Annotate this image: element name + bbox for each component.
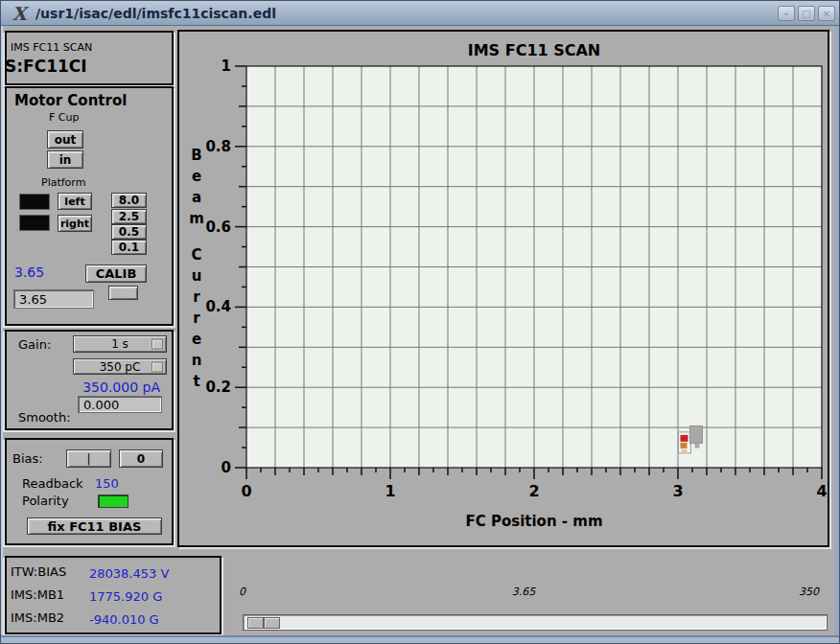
bias-entry[interactable]: | <box>66 449 111 468</box>
readback-row-value: 1775.920 G <box>89 589 162 604</box>
readback-row-label: ITW:BIAS <box>11 564 66 579</box>
motor-control-title: Motor Control <box>14 92 127 109</box>
slider-max-label: 350 <box>799 586 819 598</box>
svg-text:r: r <box>193 310 200 327</box>
svg-text:2: 2 <box>528 482 539 500</box>
close-button[interactable]: ✕ <box>818 6 835 21</box>
bias-zero-button[interactable]: 0 <box>119 449 163 468</box>
scan-chart: 0123400.20.40.60.81IMS FC11 SCANFC Posit… <box>177 30 829 547</box>
window-frame-bottom <box>1 635 840 643</box>
svg-text:m: m <box>189 210 204 227</box>
window-title: /usr1/isac/edl/imsfc11ciscan.edl <box>35 6 276 21</box>
window-frame-left <box>1 26 3 644</box>
polarity-indicator <box>98 494 128 508</box>
svg-text:0.6: 0.6 <box>205 218 231 236</box>
minimize-button[interactable]: – <box>778 6 795 21</box>
svg-text:0: 0 <box>222 459 231 476</box>
platform-left-indicator <box>19 194 50 210</box>
step-button-0-5[interactable]: 0.5 <box>111 224 147 240</box>
smooth-entry[interactable]: 0.000 <box>78 396 162 413</box>
position-readback: 3.65 <box>14 264 44 280</box>
bias-panel: Bias: | 0 Readback 150 Polarity fix FC11… <box>5 438 174 545</box>
svg-text:0.8: 0.8 <box>205 138 231 155</box>
window-titlebar[interactable]: X /usr1/isac/edl/imsfc11ciscan.edl – □ ✕ <box>1 1 840 26</box>
position-slider-thumb[interactable] <box>247 617 280 629</box>
scan-plot-area: 0123400.20.40.60.81IMS FC11 SCANFC Posit… <box>179 32 828 545</box>
gain-range-select[interactable]: 350 pC <box>73 358 167 375</box>
scan-info-panel: IMS FC11 SCAN S:FC11CI <box>5 31 174 85</box>
minimize-icon: – <box>784 9 789 19</box>
current-readback: 350.000 pA <box>39 380 160 395</box>
smooth-label: Smooth: <box>18 410 71 425</box>
svg-text:FC Position - mm: FC Position - mm <box>465 513 602 530</box>
gain-panel: Gain: 1 s 350 pC 350.000 pA 0.000 Smooth… <box>5 330 174 430</box>
blank-button[interactable] <box>108 286 138 300</box>
fcup-in-button[interactable]: in <box>47 150 83 169</box>
maximize-button[interactable]: □ <box>798 6 815 21</box>
svg-text:B: B <box>191 147 201 164</box>
readback-row-label: IMS:MB2 <box>11 610 64 625</box>
maximize-icon: □ <box>802 9 810 19</box>
svg-text:n: n <box>192 352 202 369</box>
position-slider-track[interactable] <box>243 614 828 631</box>
app-window: X /usr1/isac/edl/imsfc11ciscan.edl – □ ✕… <box>0 0 840 644</box>
readback-row-label: IMS:MB1 <box>11 587 64 602</box>
fcup-out-button[interactable]: out <box>47 130 83 149</box>
slider-value-label: 3.65 <box>495 586 552 598</box>
svg-text:e: e <box>192 331 201 348</box>
close-icon: ✕ <box>823 9 830 19</box>
bias-label: Bias: <box>12 451 43 466</box>
svg-text:t: t <box>193 373 199 390</box>
step-button-0-1[interactable]: 0.1 <box>111 240 147 255</box>
calib-button[interactable]: CALIB <box>85 264 147 283</box>
window-frame-right <box>835 26 839 644</box>
platform-right-button[interactable]: right <box>58 215 92 232</box>
svg-text:u: u <box>192 267 202 285</box>
readbacks-panel: ITW:BIAS 28038.453 V IMS:MB1 1775.920 G … <box>5 556 222 634</box>
svg-text:r: r <box>193 288 200 306</box>
gain-time-value: 1 s <box>111 337 128 351</box>
step-button-2-5[interactable]: 2.5 <box>111 209 147 224</box>
polarity-label: Polarity <box>22 494 69 508</box>
bias-readback-label: Readback <box>22 476 83 491</box>
svg-text:a: a <box>192 189 201 206</box>
dropdown-indicator-icon <box>152 361 163 372</box>
gain-range-value: 350 pC <box>100 360 141 374</box>
bias-readback-value: 150 <box>95 476 119 491</box>
x11-logo-icon: X <box>7 3 32 24</box>
svg-text:0.4: 0.4 <box>205 298 231 315</box>
svg-text:0: 0 <box>241 482 251 500</box>
svg-text:0.2: 0.2 <box>205 379 231 396</box>
platform-left-button[interactable]: left <box>58 193 92 210</box>
readback-row-value: 28038.453 V <box>89 566 169 581</box>
platform-label: Platform <box>41 176 85 189</box>
scan-name-label: IMS FC11 SCAN <box>11 41 92 54</box>
platform-right-indicator <box>19 215 50 231</box>
slider-min-label: 0 <box>239 586 245 598</box>
svg-text:C: C <box>191 246 201 264</box>
dropdown-indicator-icon <box>152 339 163 350</box>
step-button-8[interactable]: 8.0 <box>111 193 147 208</box>
gain-label: Gain: <box>18 337 51 352</box>
fix-bias-button[interactable]: fix FC11 BIAS <box>27 518 162 535</box>
svg-text:e: e <box>192 168 201 185</box>
svg-text:1: 1 <box>385 482 395 500</box>
motor-control-panel: Motor Control F Cup out in Platform left… <box>5 86 174 326</box>
position-entry[interactable]: 3.65 <box>13 289 94 309</box>
svg-text:IMS FC11 SCAN: IMS FC11 SCAN <box>468 41 601 59</box>
fcup-label: F Cup <box>49 111 79 124</box>
gain-time-select[interactable]: 1 s <box>73 335 167 353</box>
device-name-label: S:FC11CI <box>5 57 87 76</box>
svg-text:1: 1 <box>222 58 231 75</box>
svg-text:3: 3 <box>672 482 683 500</box>
svg-text:4: 4 <box>816 482 827 500</box>
readback-row-value: -940.010 G <box>89 612 159 627</box>
